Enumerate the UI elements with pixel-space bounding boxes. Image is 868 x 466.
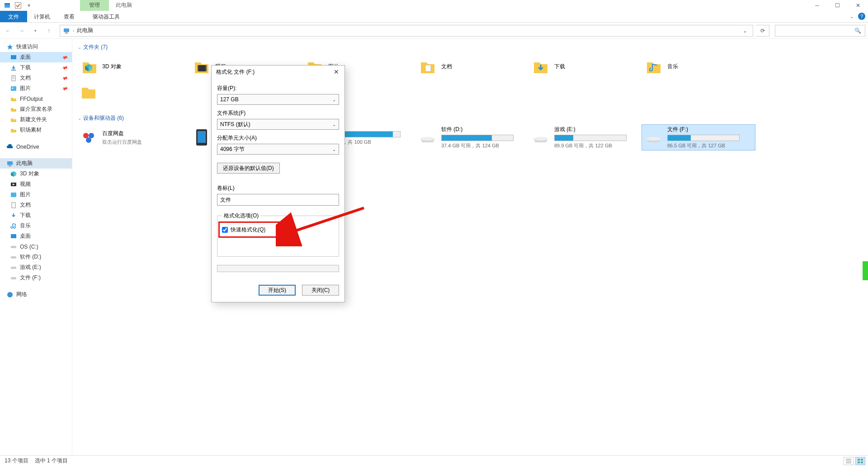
sidebar-drive-e[interactable]: 游戏 (E:) xyxy=(0,262,72,273)
sidebar-quick-access[interactable]: 快速访问 xyxy=(0,42,72,52)
restore-defaults-button[interactable]: 还原设备的默认值(D) xyxy=(217,163,280,174)
sidebar-desktop2[interactable]: 桌面 xyxy=(0,231,72,241)
allocation-combobox[interactable]: 4096 字节 ⌄ xyxy=(217,144,339,155)
sidebar-media[interactable]: 媒介宣发名录 xyxy=(0,104,72,114)
quick-format-checkbox[interactable]: 快速格式化(Q) xyxy=(222,226,334,234)
details-view-button[interactable] xyxy=(844,457,854,465)
maximize-button[interactable]: ☐ xyxy=(827,0,848,11)
sidebar-drive-d[interactable]: 软件 (D:) xyxy=(0,252,72,262)
svg-rect-28 xyxy=(425,65,431,71)
pin-icon: 📌 xyxy=(61,85,68,92)
svg-point-35 xyxy=(533,137,548,141)
sidebar-pictures2[interactable]: 图片 xyxy=(0,189,72,200)
sidebar-documents[interactable]: 文档 📌 xyxy=(0,73,72,83)
breadcrumb-this-pc[interactable]: 此电脑 xyxy=(77,27,93,34)
pin-icon: 📌 xyxy=(61,64,68,71)
icons-view-button[interactable] xyxy=(855,457,865,465)
drive-f[interactable]: 文件 (F:) 86.5 GB 可用，共 127 GB xyxy=(642,125,755,150)
recent-dropdown-icon[interactable]: ▾ xyxy=(30,25,41,36)
back-button[interactable]: ← xyxy=(3,25,14,36)
combo-value: 127 GB xyxy=(220,96,239,103)
sidebar-item-label: 图片 xyxy=(20,85,31,92)
format-options-group: 格式化选项(O) 快速格式化(Q) xyxy=(217,212,339,257)
drive-d[interactable]: 软件 (D:) 37.4 GB 可用，共 124 GB xyxy=(416,125,529,150)
minimize-button[interactable]: ─ xyxy=(807,0,827,11)
drive-baidu[interactable]: 百度网盘 双击运行百度网盘 xyxy=(77,125,190,150)
sidebar-this-pc[interactable]: 此电脑 xyxy=(0,158,72,169)
svg-rect-17 xyxy=(11,193,16,197)
explorer-icon xyxy=(4,2,11,9)
sidebar-desktop[interactable]: 桌面 📌 xyxy=(0,52,72,62)
up-button[interactable]: ↑ xyxy=(43,25,54,36)
start-button[interactable]: 开始(S) xyxy=(259,285,296,296)
breadcrumb-separator-icon[interactable]: › xyxy=(73,28,74,33)
view-tab[interactable]: 查看 xyxy=(57,11,81,22)
sidebar-downloads[interactable]: 下载 📌 xyxy=(0,62,72,73)
close-window-button[interactable]: ✕ xyxy=(848,0,868,11)
sidebar-item-label: 职场素材 xyxy=(20,126,42,134)
volume-label-input[interactable]: 文件 xyxy=(217,194,339,206)
chevron-down-icon: ⌄ xyxy=(78,116,81,121)
sidebar-network[interactable]: 网络 xyxy=(0,289,72,300)
checkbox-input[interactable] xyxy=(222,227,228,233)
sidebar-drive-f[interactable]: 文件 (F:) xyxy=(0,273,72,283)
pc-icon xyxy=(63,27,70,34)
close-dialog-button[interactable]: 关闭(C) xyxy=(302,285,339,296)
sidebar-item-label: 游戏 (E:) xyxy=(20,264,41,271)
computer-tab[interactable]: 计算机 xyxy=(27,11,57,22)
capacity-text: 37.4 GB 可用，共 124 GB xyxy=(441,142,526,149)
sidebar-music[interactable]: 音乐 xyxy=(0,221,72,231)
sidebar-documents2[interactable]: 文档 xyxy=(0,200,72,210)
input-value: 文件 xyxy=(220,196,231,204)
chevron-down-icon: ⌄ xyxy=(332,122,336,127)
close-button[interactable]: ✕ xyxy=(332,68,341,75)
file-tab[interactable]: 文件 xyxy=(0,11,27,22)
capacity-bar xyxy=(667,135,740,141)
folder-music[interactable]: 音乐 xyxy=(642,54,755,79)
sidebar-item-label: 文件 (F:) xyxy=(20,274,41,282)
drive-e[interactable]: 游戏 (E:) 89.9 GB 可用，共 122 GB xyxy=(529,125,642,150)
cloud-icon xyxy=(6,143,14,151)
help-icon[interactable]: ? xyxy=(858,13,865,20)
folder-3d-objects[interactable]: 3D 对象 xyxy=(77,54,190,79)
capacity-bar xyxy=(441,135,514,141)
sidebar-downloads2[interactable]: 下载 xyxy=(0,210,72,221)
filesystem-combobox[interactable]: NTFS (默认) ⌄ xyxy=(217,119,339,130)
drive-icon xyxy=(419,128,437,146)
group-header-folders[interactable]: ⌄ 文件夹 (7) xyxy=(77,42,863,54)
refresh-button[interactable]: ⟳ xyxy=(756,25,769,37)
contextual-tab-manage[interactable]: 管理 xyxy=(80,0,109,11)
sidebar-item-label: 媒介宣发名录 xyxy=(20,105,52,113)
sidebar-item-label: 图片 xyxy=(20,191,31,198)
address-bar[interactable]: › 此电脑 ⌄ xyxy=(60,25,753,37)
sidebar-3d-objects[interactable]: 3D 对象 xyxy=(0,169,72,179)
search-box[interactable]: 🔍 xyxy=(775,25,865,37)
sidebar-item-label: 音乐 xyxy=(20,222,31,230)
sidebar-onedrive[interactable]: OneDrive xyxy=(0,141,72,152)
sidebar-pictures[interactable]: 图片 📌 xyxy=(0,83,72,94)
group-header-drives[interactable]: ⌄ 设备和驱动器 (6) xyxy=(77,113,863,125)
folder-documents[interactable]: 文档 xyxy=(416,54,529,79)
sidebar-newfolder[interactable]: 新建文件夹 xyxy=(0,114,72,125)
dropdown-icon[interactable]: ▾ xyxy=(25,2,33,9)
drive-tools-tab[interactable]: 驱动器工具 xyxy=(86,11,127,22)
status-bar: 13 个项目 选中 1 个项目 xyxy=(0,455,868,466)
format-dialog: 格式化 文件 (F:) ✕ 容量(P): 127 GB ⌄ 文件系统(F) NT… xyxy=(211,65,345,302)
capacity-combobox[interactable]: 127 GB ⌄ xyxy=(217,94,339,105)
ribbon-collapse-icon[interactable]: ⌄ xyxy=(850,14,854,19)
sidebar-videos[interactable]: 视频 xyxy=(0,179,72,189)
capacity-text: 86.5 GB 可用，共 127 GB xyxy=(667,142,752,149)
address-dropdown-icon[interactable]: ⌄ xyxy=(740,28,750,34)
sidebar-drive-c[interactable]: OS (C:) xyxy=(0,241,72,252)
forward-button[interactable]: → xyxy=(16,25,27,36)
sidebar-ffoutput[interactable]: FFOutput xyxy=(0,94,72,104)
folder-icon xyxy=(10,127,17,134)
folder-downloads[interactable]: 下载 xyxy=(529,54,642,79)
sidebar-workplace[interactable]: 职场素材 xyxy=(0,125,72,135)
item-label: 百度网盘 xyxy=(102,130,187,137)
dialog-titlebar[interactable]: 格式化 文件 (F:) ✕ xyxy=(212,66,344,78)
folder-icon xyxy=(10,116,17,123)
folder-hidden-behind-dialog[interactable] xyxy=(77,79,190,104)
desktop-icon xyxy=(10,54,17,61)
checkbox-icon[interactable] xyxy=(14,2,22,9)
